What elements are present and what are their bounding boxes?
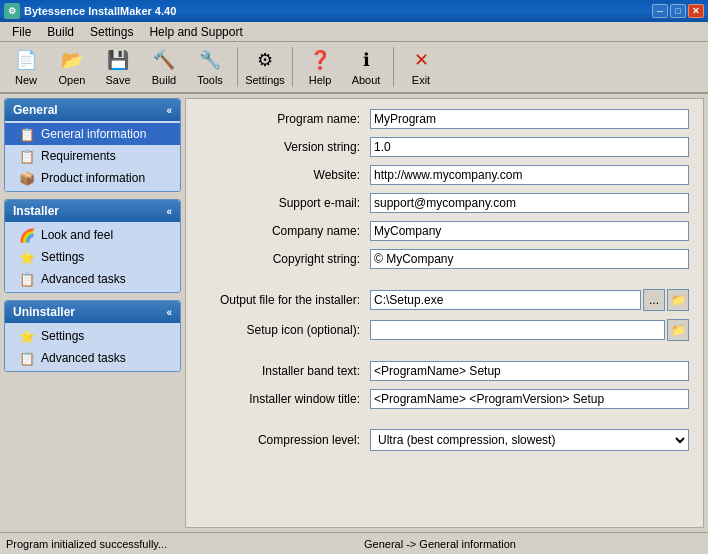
installer-band-label: Installer band text: <box>200 364 370 378</box>
tools-icon: 🔧 <box>198 48 222 72</box>
compression-label: Compression level: <box>200 433 370 447</box>
program-name-input[interactable] <box>370 109 689 129</box>
open-icon: 📂 <box>60 48 84 72</box>
form-row-compression: Compression level: Ultra (best compressi… <box>200 429 689 451</box>
sidebar-item-label-requirements: Requirements <box>41 149 116 163</box>
sidebar-group-label-installer: Installer <box>13 204 59 218</box>
sidebar-item-label-installer-advanced: Advanced tasks <box>41 272 126 286</box>
form-row-installer-window: Installer window title: <box>200 389 689 409</box>
menu-file[interactable]: File <box>4 23 39 41</box>
sidebar-group-uninstaller: Uninstaller « ⭐ Settings 📋 Advanced task… <box>4 300 181 372</box>
website-input[interactable] <box>370 165 689 185</box>
sidebar-item-requirements[interactable]: 📋 Requirements <box>5 145 180 167</box>
toolbar-separator-3 <box>393 47 394 87</box>
sidebar-item-label-general-information: General information <box>41 127 146 141</box>
form-row-program-name: Program name: <box>200 109 689 129</box>
sidebar-item-uninstaller-advanced[interactable]: 📋 Advanced tasks <box>5 347 180 369</box>
sidebar: General « 📋 General information 📋 Requir… <box>0 94 185 532</box>
form-row-setup-icon: Setup icon (optional): 📁 <box>200 319 689 341</box>
minimize-button[interactable]: ─ <box>652 4 668 18</box>
sidebar-item-installer-advanced[interactable]: 📋 Advanced tasks <box>5 268 180 290</box>
company-name-label: Company name: <box>200 224 370 238</box>
sidebar-item-label-uninstaller-advanced: Advanced tasks <box>41 351 126 365</box>
form-row-installer-band: Installer band text: <box>200 361 689 381</box>
sidebar-item-general-information[interactable]: 📋 General information <box>5 123 180 145</box>
product-information-icon: 📦 <box>19 170 35 186</box>
sidebar-item-installer-settings[interactable]: ⭐ Settings <box>5 246 180 268</box>
company-name-input[interactable] <box>370 221 689 241</box>
sidebar-item-look-and-feel[interactable]: 🌈 Look and feel <box>5 224 180 246</box>
output-file-browse-button[interactable]: ... <box>643 289 665 311</box>
help-label: Help <box>309 74 332 86</box>
support-email-label: Support e-mail: <box>200 196 370 210</box>
status-right: General -> General information <box>364 538 702 550</box>
sidebar-group-items-general: 📋 General information 📋 Requirements 📦 P… <box>5 121 180 191</box>
compression-select[interactable]: Ultra (best compression, slowest) High M… <box>370 429 689 451</box>
tools-button[interactable]: 🔧 Tools <box>188 44 232 90</box>
collapse-arrow-installer: « <box>166 206 172 217</box>
requirements-icon: 📋 <box>19 148 35 164</box>
support-email-input[interactable] <box>370 193 689 213</box>
version-string-label: Version string: <box>200 140 370 154</box>
website-label: Website: <box>200 168 370 182</box>
settings-label: Settings <box>245 74 285 86</box>
look-and-feel-icon: 🌈 <box>19 227 35 243</box>
installer-advanced-icon: 📋 <box>19 271 35 287</box>
menu-help-support[interactable]: Help and Support <box>141 23 250 41</box>
save-label: Save <box>105 74 130 86</box>
sidebar-item-product-information[interactable]: 📦 Product information <box>5 167 180 189</box>
version-string-input[interactable] <box>370 137 689 157</box>
form-row-version-string: Version string: <box>200 137 689 157</box>
settings-button[interactable]: ⚙ Settings <box>243 44 287 90</box>
close-button[interactable]: ✕ <box>688 4 704 18</box>
status-left: Program initialized successfully... <box>6 538 344 550</box>
build-button[interactable]: 🔨 Build <box>142 44 186 90</box>
sidebar-item-label-product-information: Product information <box>41 171 145 185</box>
toolbar-separator-2 <box>292 47 293 87</box>
new-label: New <box>15 74 37 86</box>
title-bar-controls: ─ □ ✕ <box>652 4 704 18</box>
open-button[interactable]: 📂 Open <box>50 44 94 90</box>
sidebar-item-label-installer-settings: Settings <box>41 250 84 264</box>
sidebar-group-label-general: General <box>13 103 58 117</box>
collapse-arrow-general: « <box>166 105 172 116</box>
exit-button[interactable]: ✕ Exit <box>399 44 443 90</box>
uninstaller-advanced-icon: 📋 <box>19 350 35 366</box>
copyright-string-input[interactable] <box>370 249 689 269</box>
installer-band-input[interactable] <box>370 361 689 381</box>
about-button[interactable]: ℹ About <box>344 44 388 90</box>
sidebar-group-general: General « 📋 General information 📋 Requir… <box>4 98 181 192</box>
title-bar-left: ⚙ Bytessence InstallMaker 4.40 <box>4 3 176 19</box>
menu-settings[interactable]: Settings <box>82 23 141 41</box>
save-icon: 💾 <box>106 48 130 72</box>
help-button[interactable]: ❓ Help <box>298 44 342 90</box>
installer-window-input[interactable] <box>370 389 689 409</box>
output-file-label: Output file for the installer: <box>200 293 370 307</box>
menu-build[interactable]: Build <box>39 23 82 41</box>
installer-settings-icon: ⭐ <box>19 249 35 265</box>
sidebar-group-header-uninstaller[interactable]: Uninstaller « <box>5 301 180 323</box>
sidebar-item-label-uninstaller-settings: Settings <box>41 329 84 343</box>
save-button[interactable]: 💾 Save <box>96 44 140 90</box>
installer-window-label: Installer window title: <box>200 392 370 406</box>
divider-3 <box>200 417 689 429</box>
output-file-folder-button[interactable]: 📁 <box>667 289 689 311</box>
sidebar-group-items-installer: 🌈 Look and feel ⭐ Settings 📋 Advanced ta… <box>5 222 180 292</box>
maximize-button[interactable]: □ <box>670 4 686 18</box>
sidebar-group-header-general[interactable]: General « <box>5 99 180 121</box>
open-label: Open <box>59 74 86 86</box>
build-label: Build <box>152 74 176 86</box>
build-icon: 🔨 <box>152 48 176 72</box>
toolbar: 📄 New 📂 Open 💾 Save 🔨 Build 🔧 Tools ⚙ Se… <box>0 42 708 94</box>
form-row-website: Website: <box>200 165 689 185</box>
new-button[interactable]: 📄 New <box>4 44 48 90</box>
output-file-input[interactable] <box>370 290 641 310</box>
exit-label: Exit <box>412 74 430 86</box>
form-row-support-email: Support e-mail: <box>200 193 689 213</box>
program-name-label: Program name: <box>200 112 370 126</box>
setup-icon-input[interactable] <box>370 320 665 340</box>
sidebar-group-header-installer[interactable]: Installer « <box>5 200 180 222</box>
sidebar-item-uninstaller-settings[interactable]: ⭐ Settings <box>5 325 180 347</box>
setup-icon-browse-button[interactable]: 📁 <box>667 319 689 341</box>
settings-icon: ⚙ <box>253 48 277 72</box>
